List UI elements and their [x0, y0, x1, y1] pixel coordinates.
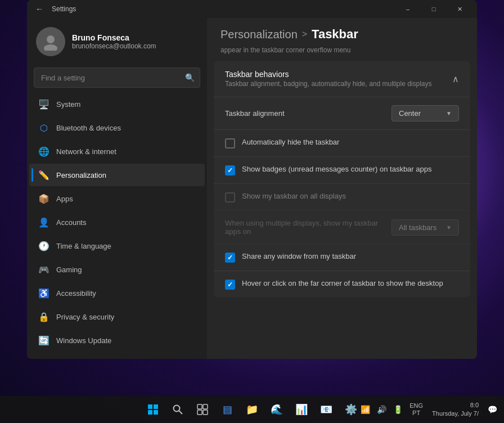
gaming-icon: 🎮 [38, 264, 50, 275]
share-window-label: Share any window from my taskbar [242, 252, 356, 260]
widgets-button[interactable]: ▤ [216, 398, 238, 421]
alignment-dropdown[interactable]: Center ▼ [392, 105, 459, 122]
section-collapse-icon[interactable]: ∧ [452, 74, 459, 84]
alignment-value: Center [399, 109, 421, 118]
svg-rect-10 [197, 410, 202, 415]
update-icon: 🔄 [38, 335, 50, 346]
alignment-label: Taskbar alignment [225, 109, 285, 118]
badges-row: Show badges (unread messages counter) on… [214, 157, 470, 184]
all-displays-checkbox[interactable] [225, 192, 235, 202]
sidebar: Bruno Fonseca brunofonseca@outlook.com 🔍… [27, 18, 207, 359]
breadcrumb-current: Taskbar [312, 27, 358, 42]
outlook-button[interactable]: 📧 [315, 398, 338, 421]
taskbar-center: ▤ 📁 🌊 📊 📧 ⚙️ [142, 398, 362, 421]
sidebar-item-bluetooth[interactable]: ⬡ Bluetooth & devices [29, 116, 205, 139]
sidebar-item-update[interactable]: 🔄 Windows Update [29, 329, 205, 352]
share-window-row: Share any window from my taskbar [214, 244, 470, 271]
taskbar: ▤ 📁 🌊 📊 📧 ⚙️ ∧ 📶 🔊 🔋 ENG PT 8:0 Thursday… [0, 396, 504, 423]
show-desktop-label: Hover or click on the far corner of task… [242, 279, 443, 287]
sidebar-item-accounts[interactable]: 👤 Accounts [29, 211, 205, 233]
user-profile[interactable]: Bruno Fonseca brunofonseca@outlook.com [27, 18, 207, 65]
badges-checkbox[interactable] [225, 165, 235, 176]
notification-icon[interactable]: 💬 [485, 403, 500, 416]
share-window-label-wrap: Share any window from my taskbar [242, 252, 356, 260]
search-button[interactable] [166, 398, 189, 421]
office-button[interactable]: 📊 [290, 398, 313, 421]
svg-line-7 [179, 411, 182, 414]
back-button[interactable]: ← [32, 1, 47, 17]
all-displays-label: Show my taskbar on all displays [242, 192, 346, 200]
settings-content: Taskbar behaviors Taskbar alignment, bad… [207, 61, 477, 359]
svg-rect-5 [154, 410, 158, 415]
avatar [36, 27, 65, 56]
multi-display-label: When using multiple displays, show my ta… [225, 219, 385, 236]
maximize-button[interactable]: □ [421, 0, 447, 18]
badges-label: Show badges (unread messages counter) on… [242, 165, 431, 173]
svg-point-1 [44, 44, 57, 51]
svg-point-6 [174, 406, 180, 412]
main-panel: Personalization > Taskbar appear in the … [207, 18, 477, 359]
multi-display-row: When using multiple displays, show my ta… [214, 211, 470, 244]
user-name: Bruno Fonseca [72, 33, 156, 42]
minimize-button[interactable]: – [395, 0, 421, 18]
user-email: brunofonseca@outlook.com [72, 42, 156, 50]
auto-hide-row: Automatically hide the taskbar [214, 130, 470, 157]
volume-icon[interactable]: 🔊 [375, 403, 389, 416]
taskbar-behaviors-card: Taskbar behaviors Taskbar alignment, bad… [214, 61, 470, 298]
show-desktop-row: Hover or click on the far corner of task… [214, 271, 470, 298]
svg-rect-9 [203, 404, 208, 409]
auto-hide-label-wrap: Automatically hide the taskbar [242, 138, 339, 146]
share-window-checkbox[interactable] [225, 253, 235, 263]
overflow-hint: appear in the taskbar corner overflow me… [207, 46, 477, 61]
clock[interactable]: 8:0 Thursday, July 7/ [428, 401, 483, 418]
settings-taskbar-button[interactable]: ⚙️ [340, 398, 362, 421]
sidebar-item-gaming[interactable]: 🎮 Gaming [29, 258, 205, 281]
search-box: 🔍 [34, 68, 200, 88]
clock-time: 8:0 [432, 401, 479, 410]
sidebar-item-label-accessibility: Accessibility [56, 289, 96, 298]
show-desktop-checkbox[interactable] [225, 280, 235, 290]
search-input[interactable] [34, 68, 200, 88]
alignment-row: Taskbar alignment Center ▼ [214, 97, 470, 130]
section-subtitle: Taskbar alignment, badging, automaticall… [225, 80, 432, 88]
breadcrumb: Personalization > Taskbar [207, 18, 477, 46]
system-icon: 🖥️ [38, 98, 50, 110]
sidebar-item-label-apps: Apps [56, 195, 73, 203]
battery-icon[interactable]: 🔋 [391, 403, 405, 416]
close-button[interactable]: ✕ [447, 0, 472, 18]
multi-display-dropdown[interactable]: All taskbars ▼ [392, 219, 459, 236]
auto-hide-checkbox[interactable] [225, 138, 235, 148]
language-label: ENG [410, 402, 423, 410]
start-button[interactable] [142, 398, 164, 421]
sidebar-item-system[interactable]: 🖥️ System [29, 93, 205, 115]
sidebar-item-personalization[interactable]: ✏️ Personalization [29, 164, 205, 186]
region-label: PT [412, 410, 420, 417]
sidebar-item-privacy[interactable]: 🔒 Privacy & security [29, 305, 205, 328]
title-bar-left: ← Settings [32, 1, 76, 17]
section-header[interactable]: Taskbar behaviors Taskbar alignment, bad… [214, 61, 470, 97]
sidebar-item-label-update: Windows Update [56, 336, 111, 345]
all-displays-label-wrap: Show my taskbar on all displays [242, 192, 346, 200]
settings-window: ← Settings – □ ✕ Bruno Fonseca b [27, 0, 477, 359]
window-controls: – □ ✕ [395, 0, 472, 18]
svg-rect-2 [148, 404, 152, 409]
sidebar-item-time[interactable]: 🕐 Time & language [29, 235, 205, 257]
window-title: Settings [52, 5, 76, 13]
language-indicator[interactable]: ENG PT [407, 402, 425, 417]
files-button[interactable]: 📁 [241, 398, 263, 421]
sidebar-item-label-bluetooth: Bluetooth & devices [56, 124, 121, 132]
sidebar-item-apps[interactable]: 📦 Apps [29, 187, 205, 210]
sidebar-item-accessibility[interactable]: ♿ Accessibility [29, 282, 205, 304]
bluetooth-icon: ⬡ [38, 122, 50, 133]
show-desktop-label-wrap: Hover or click on the far corner of task… [242, 279, 443, 287]
svg-rect-11 [203, 410, 208, 415]
sidebar-item-label-accounts: Accounts [56, 218, 86, 227]
edge-button[interactable]: 🌊 [266, 398, 288, 421]
sidebar-item-network[interactable]: 🌐 Network & internet [29, 140, 205, 163]
task-view-button[interactable] [191, 398, 214, 421]
badges-label-wrap: Show badges (unread messages counter) on… [242, 165, 431, 173]
section-title: Taskbar behaviors [225, 70, 432, 79]
network-icon: 🌐 [38, 146, 50, 157]
accessibility-icon: ♿ [38, 287, 50, 299]
all-displays-row: Show my taskbar on all displays [214, 184, 470, 211]
